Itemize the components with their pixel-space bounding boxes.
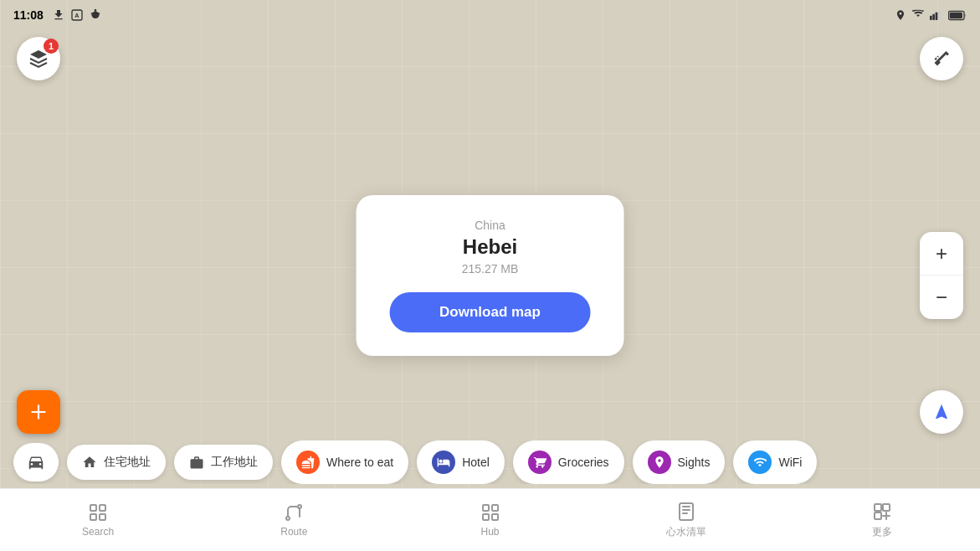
svg-text:A: A — [74, 12, 80, 19]
svg-rect-16 — [483, 514, 489, 520]
hotel-icon — [437, 456, 450, 469]
svg-rect-9 — [100, 505, 105, 511]
svg-rect-19 — [875, 504, 881, 511]
groceries-icon — [533, 456, 546, 469]
sights-icon — [653, 456, 666, 469]
navigate-icon — [932, 403, 951, 421]
nav-hub-label: Hub — [481, 526, 500, 538]
search-nav-icon — [88, 502, 108, 523]
quick-work-label: 工作地址 — [211, 455, 258, 470]
zoom-in-button[interactable]: + — [920, 232, 963, 276]
route-nav-icon — [284, 502, 304, 523]
quick-wifi-label: WiFi — [778, 456, 802, 469]
status-bar: 11:08 A — [0, 0, 980, 30]
wifi-quick-icon — [753, 456, 767, 469]
car-icon — [27, 453, 45, 471]
layers-badge: 1 — [44, 39, 59, 54]
download-status-icon — [52, 8, 65, 22]
nav-wishlist-label: 心水清單 — [666, 525, 706, 539]
quick-food-label: Where to eat — [326, 456, 393, 469]
nav-route[interactable]: Route — [196, 496, 392, 544]
hub-nav-icon — [480, 502, 500, 523]
add-button[interactable] — [17, 390, 60, 434]
map-download-card: China Hebei 215.27 MB Download map — [356, 195, 624, 356]
svg-rect-4 — [936, 13, 938, 20]
signal-status-icon — [930, 9, 943, 21]
plus-icon — [28, 401, 49, 423]
quick-food[interactable]: Where to eat — [281, 440, 408, 484]
quick-home[interactable]: 住宅地址 — [67, 445, 166, 480]
nav-search-label: Search — [82, 526, 114, 538]
svg-rect-15 — [492, 505, 498, 511]
a-status-icon: A — [70, 8, 84, 22]
zoom-controls: + − — [920, 232, 963, 319]
ruler-icon — [931, 49, 952, 69]
svg-rect-8 — [90, 505, 96, 511]
more-nav-icon — [872, 502, 892, 522]
svg-rect-2 — [930, 16, 932, 20]
svg-rect-14 — [483, 505, 489, 511]
quick-home-label: 住宅地址 — [104, 455, 151, 470]
bug-status-icon — [89, 8, 102, 22]
svg-rect-21 — [875, 512, 881, 519]
svg-rect-7 — [950, 12, 962, 18]
quick-hotel[interactable]: Hotel — [417, 440, 505, 484]
quick-groceries-label: Groceries — [558, 456, 609, 469]
location-button[interactable] — [920, 390, 963, 434]
map-region: China — [389, 219, 591, 232]
layers-button[interactable]: 1 — [17, 37, 60, 80]
status-time: 11:08 — [13, 8, 44, 22]
nav-more-label: 更多 — [872, 525, 892, 539]
location-status-icon — [895, 9, 906, 21]
nav-wishlist[interactable]: 心水清單 — [588, 495, 784, 546]
ruler-button[interactable] — [920, 37, 963, 80]
svg-rect-10 — [90, 514, 96, 520]
quick-sights[interactable]: Sights — [633, 440, 726, 484]
nav-hub[interactable]: Hub — [392, 496, 587, 544]
svg-rect-3 — [932, 14, 935, 20]
wifi-status-icon — [911, 9, 925, 21]
quick-sights-label: Sights — [678, 456, 711, 469]
bottom-navigation: Search Route Hub 心水清單 更多 — [0, 488, 980, 551]
svg-rect-17 — [492, 514, 498, 520]
zoom-out-button[interactable]: − — [920, 276, 963, 319]
svg-rect-11 — [100, 514, 105, 520]
nav-more[interactable]: 更多 — [784, 495, 980, 546]
svg-rect-20 — [883, 504, 890, 511]
food-icon — [301, 456, 315, 469]
nav-route-label: Route — [280, 526, 307, 538]
quick-wifi[interactable]: WiFi — [733, 440, 817, 484]
quick-car[interactable] — [13, 443, 59, 481]
battery-status-icon — [948, 10, 967, 21]
wishlist-nav-icon — [676, 502, 696, 522]
download-map-button[interactable]: Download map — [389, 292, 591, 332]
quick-groceries[interactable]: Groceries — [513, 440, 624, 484]
briefcase-icon — [189, 455, 204, 470]
home-icon — [82, 455, 97, 470]
nav-search[interactable]: Search — [0, 496, 196, 544]
map-size: 215.27 MB — [389, 262, 591, 276]
map-city: Hebei — [389, 235, 591, 259]
quick-work[interactable]: 工作地址 — [174, 445, 273, 480]
svg-rect-5 — [938, 11, 941, 20]
quick-hotel-label: Hotel — [462, 456, 490, 469]
quick-access-bar: 住宅地址 工作地址 Where to eat Hotel — [0, 440, 980, 484]
